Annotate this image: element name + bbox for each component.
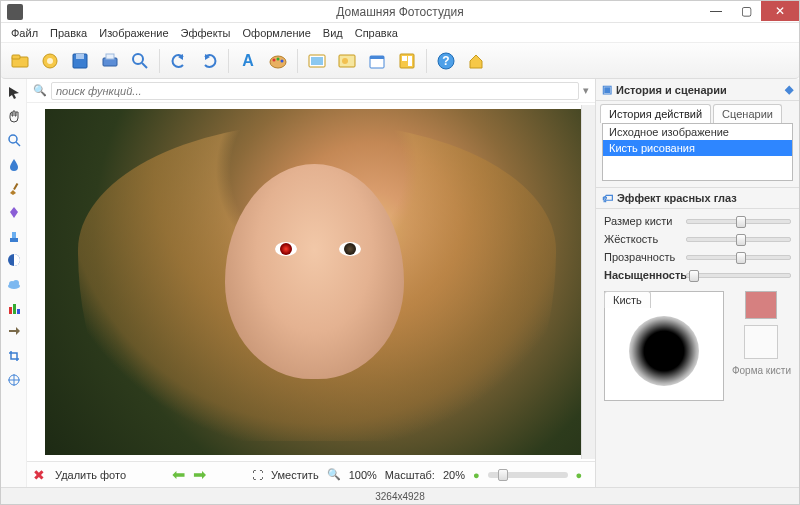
effect-title: Эффект красных глаз [617, 192, 737, 204]
brush-shape-label: Форма кисти [732, 365, 791, 376]
fit-label[interactable]: Уместить [271, 469, 319, 481]
text-button[interactable]: A [235, 48, 261, 74]
history-list[interactable]: Исходное изображение Кисть рисования [602, 123, 793, 181]
calendar-button[interactable] [364, 48, 390, 74]
svg-rect-5 [76, 54, 84, 59]
opacity-slider[interactable] [686, 255, 791, 260]
effect-icon: 🏷 [602, 192, 613, 204]
next-button[interactable]: ➡ [193, 465, 206, 484]
menu-edit[interactable]: Правка [50, 27, 87, 39]
image-dimensions: 3264x4928 [375, 491, 425, 502]
home-button[interactable] [463, 48, 489, 74]
svg-rect-36 [13, 304, 16, 314]
history-icon: ▣ [602, 83, 612, 96]
svg-rect-30 [12, 232, 16, 238]
hardness-slider[interactable] [686, 237, 791, 242]
svg-rect-37 [17, 309, 20, 314]
print-button[interactable] [97, 48, 123, 74]
vertical-scrollbar[interactable] [581, 105, 595, 459]
tab-scenarios[interactable]: Сценарии [713, 104, 782, 123]
purple-tool[interactable] [5, 203, 23, 221]
svg-point-8 [133, 54, 143, 64]
menu-file[interactable]: Файл [11, 27, 38, 39]
opacity-label: Прозрачность [604, 251, 680, 263]
pointer-tool[interactable] [5, 83, 23, 101]
menu-help[interactable]: Справка [355, 27, 398, 39]
crop-tool[interactable] [5, 347, 23, 365]
help-button[interactable]: ? [433, 48, 459, 74]
contrast-tool[interactable] [5, 251, 23, 269]
search-dropdown-icon[interactable]: ▾ [583, 84, 589, 97]
levels-tool[interactable] [5, 299, 23, 317]
search-input[interactable] [51, 82, 579, 100]
brush-shape-button[interactable] [744, 325, 778, 359]
svg-rect-29 [10, 238, 18, 242]
scale-label: Масштаб: [385, 469, 435, 481]
zoom-slider[interactable] [488, 472, 568, 478]
collage-button[interactable] [394, 48, 420, 74]
svg-rect-1 [12, 55, 20, 59]
hand-tool[interactable] [5, 107, 23, 125]
saturation-slider[interactable] [686, 273, 791, 278]
delete-photo-label[interactable]: Удалить фото [55, 469, 126, 481]
menu-effects[interactable]: Эффекты [181, 27, 231, 39]
prev-button[interactable]: ⬅ [172, 465, 185, 484]
app-icon [7, 4, 23, 20]
svg-rect-28 [13, 183, 18, 190]
svg-point-13 [277, 57, 280, 60]
status-bar: 3264x4928 [1, 487, 799, 504]
left-toolbar [1, 79, 27, 487]
menu-image[interactable]: Изображение [99, 27, 168, 39]
svg-rect-35 [9, 307, 12, 314]
svg-rect-22 [402, 56, 407, 61]
tab-brush[interactable]: Кисть [604, 291, 651, 308]
hardness-label: Жёсткость [604, 233, 680, 245]
svg-point-12 [273, 58, 276, 61]
zoom-in-button[interactable]: ● [576, 469, 583, 481]
svg-point-18 [342, 58, 348, 64]
drop-tool[interactable] [5, 155, 23, 173]
stamp-tool[interactable] [5, 227, 23, 245]
swap-tool[interactable] [5, 323, 23, 341]
history-row[interactable]: Исходное изображение [603, 124, 792, 140]
fit-icon[interactable]: ⛶ [252, 469, 263, 481]
color-swatch[interactable] [745, 291, 777, 319]
search-button[interactable] [127, 48, 153, 74]
svg-point-26 [9, 135, 17, 143]
brush-tool[interactable] [5, 179, 23, 197]
size-slider[interactable] [686, 219, 791, 224]
saturation-label: Насыщенность [604, 269, 680, 281]
history-row[interactable]: Кисть рисования [603, 140, 792, 156]
menu-view[interactable]: Вид [323, 27, 343, 39]
main-toolbar: A ? [1, 43, 799, 79]
palette-button[interactable] [265, 48, 291, 74]
hundred-icon[interactable]: 🔍 [327, 468, 341, 481]
svg-line-9 [142, 63, 147, 68]
canvas[interactable] [27, 103, 595, 461]
save-button[interactable] [67, 48, 93, 74]
hundred-label[interactable]: 100% [349, 469, 377, 481]
tab-history[interactable]: История действий [600, 104, 711, 123]
undo-button[interactable] [166, 48, 192, 74]
cloud-tool[interactable] [5, 275, 23, 293]
gear-button[interactable] [37, 48, 63, 74]
gallery1-button[interactable] [304, 48, 330, 74]
svg-point-14 [281, 59, 284, 62]
open-button[interactable] [7, 48, 33, 74]
close-button[interactable]: ✕ [761, 1, 799, 21]
maximize-button[interactable]: ▢ [731, 1, 761, 21]
svg-rect-16 [311, 57, 323, 65]
gallery2-button[interactable] [334, 48, 360, 74]
target-tool[interactable] [5, 371, 23, 389]
minimize-button[interactable]: — [701, 1, 731, 21]
panel-expand-icon[interactable]: ◆ [785, 83, 793, 96]
redo-button[interactable] [196, 48, 222, 74]
history-panel-title: История и сценарии [616, 84, 727, 96]
zoom-out-button[interactable]: ● [473, 469, 480, 481]
size-label: Размер кисти [604, 215, 680, 227]
menu-decorate[interactable]: Оформление [243, 27, 311, 39]
delete-icon[interactable]: ✖ [33, 467, 45, 483]
menubar: Файл Правка Изображение Эффекты Оформлен… [1, 23, 799, 43]
zoom-tool[interactable] [5, 131, 23, 149]
svg-text:A: A [242, 52, 254, 69]
